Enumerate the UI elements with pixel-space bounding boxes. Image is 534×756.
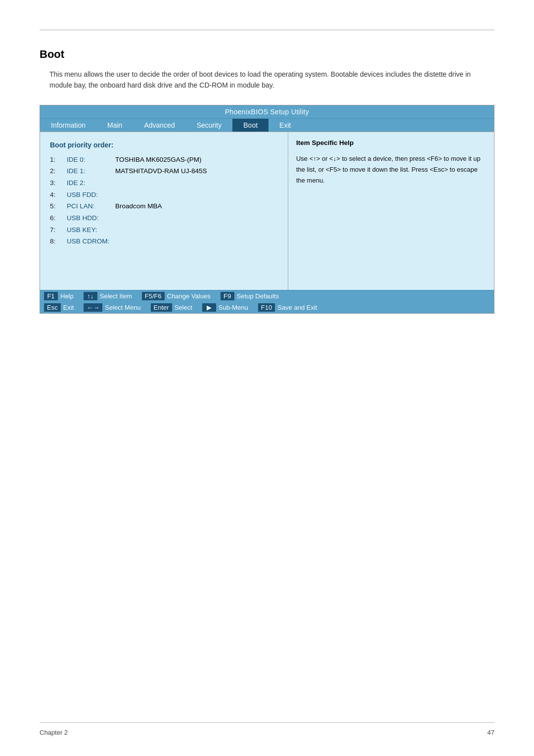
device-name: IDE 1: [67,165,111,177]
bios-statusbar: F1Help↑↓Select ItemF5/F6Change ValuesF9S… [40,290,494,313]
status-group: ←→Select Menu [84,303,140,312]
boot-device-item: 1: IDE 0: TOSHIBA MK6025GAS-(PM) [50,154,278,166]
status-group: F5/F6Change Values [142,292,211,300]
menu-item-main[interactable]: Main [96,119,133,132]
status-key: F9 [221,292,234,300]
status-group: EscExit [44,303,74,312]
status-group: EnterSelect [151,303,192,312]
device-num: 7: [50,224,63,236]
boot-device-item: 2: IDE 1: MATSHITADVD-RAM UJ-845S [50,165,278,177]
device-name: USB HDD: [67,212,111,224]
menu-item-boot[interactable]: Boot [232,119,268,132]
boot-device-item: 3: IDE 2: [50,177,278,189]
device-value: TOSHIBA MK6025GAS-(PM) [115,154,202,166]
boot-device-item: 6: USB HDD: [50,212,278,224]
menu-item-information[interactable]: Information [40,119,96,132]
bios-titlebar: PhoenixBIOS Setup Utility [40,105,494,118]
help-text: Use <↑> or <↓> to select a device, then … [296,153,486,186]
status-label: Save and Exit [277,304,317,311]
bios-help-panel: Item Specific Help Use <↑> or <↓> to sel… [288,132,494,290]
status-label: Sub-Menu [219,304,248,311]
status-key: ▶ [202,303,216,312]
status-key: Enter [151,303,172,312]
boot-device-item: 7: USB KEY: [50,224,278,236]
status-key: F5/F6 [142,292,165,300]
status-group: F9Setup Defaults [221,292,279,300]
status-label: Setup Defaults [237,292,279,300]
boot-priority-label: Boot priority order: [50,141,278,149]
top-rule [40,30,494,30]
bios-menubar: InformationMainAdvancedSecurityBootExit [40,118,494,132]
boot-device-item: 5: PCI LAN: Broadcom MBA [50,200,278,212]
device-name: USB CDROM: [67,236,111,247]
status-group: ↑↓Select Item [84,292,132,300]
statusbar-row: F1Help↑↓Select ItemF5/F6Change ValuesF9S… [40,290,494,302]
status-label: Exit [63,304,74,311]
status-key: ←→ [84,303,102,312]
page-footer: Chapter 2 47 [40,722,494,736]
help-title: Item Specific Help [296,139,486,146]
status-group: F1Help [44,292,74,300]
status-group: F10Save and Exit [258,303,317,312]
menu-item-exit[interactable]: Exit [268,119,302,132]
device-num: 3: [50,177,63,189]
device-value: MATSHITADVD-RAM UJ-845S [115,165,207,177]
device-name: IDE 0: [67,154,111,166]
status-key: F10 [258,303,275,312]
device-name: PCI LAN: [67,200,111,212]
boot-device-list: 1: IDE 0: TOSHIBA MK6025GAS-(PM)2: IDE 1… [50,154,278,247]
statusbar-row: EscExit←→Select MenuEnterSelect▶Sub-Menu… [40,302,494,313]
bios-window: PhoenixBIOS Setup Utility InformationMai… [40,105,494,314]
intro-text: This menu allows the user to decide the … [49,69,475,91]
device-name: USB FDD: [67,189,111,201]
status-label: Select [175,304,192,311]
section-title: Boot [40,48,494,61]
device-num: 6: [50,212,63,224]
page-container: Boot This menu allows the user to decide… [0,0,534,343]
device-num: 4: [50,189,63,201]
status-group: ▶Sub-Menu [202,303,248,312]
device-name: USB KEY: [67,224,111,236]
device-num: 8: [50,236,63,247]
boot-device-item: 8: USB CDROM: [50,236,278,247]
device-name: IDE 2: [67,177,111,189]
bios-main-panel: Boot priority order: 1: IDE 0: TOSHIBA M… [40,132,288,290]
device-num: 1: [50,154,63,166]
footer-chapter: Chapter 2 [40,729,68,736]
status-label: Help [60,292,74,300]
status-label: Select Item [100,292,132,300]
status-label: Select Menu [105,304,140,311]
menu-item-advanced[interactable]: Advanced [133,119,185,132]
device-num: 5: [50,200,63,212]
status-key: ↑↓ [84,292,97,300]
menu-item-security[interactable]: Security [186,119,233,132]
device-num: 2: [50,165,63,177]
status-key: F1 [44,292,58,300]
status-label: Change Values [167,292,211,300]
status-key: Esc [44,303,61,312]
bios-body: Boot priority order: 1: IDE 0: TOSHIBA M… [40,132,494,290]
boot-device-item: 4: USB FDD: [50,189,278,201]
device-value: Broadcom MBA [115,200,162,212]
footer-page: 47 [488,729,494,736]
